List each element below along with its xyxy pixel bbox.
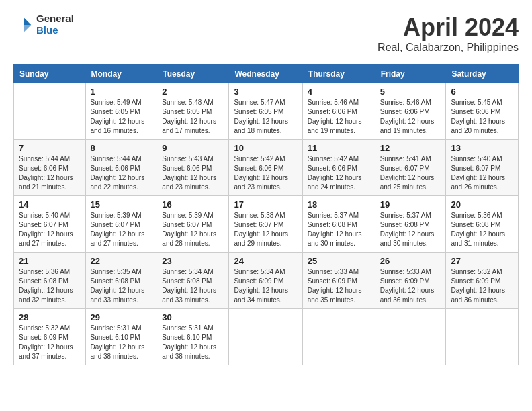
calendar-cell: 8Sunrise: 5:44 AM Sunset: 6:06 PM Daylig…	[85, 140, 157, 196]
calendar-cell: 15Sunrise: 5:39 AM Sunset: 6:07 PM Dayli…	[85, 196, 157, 253]
header-friday: Friday	[375, 65, 446, 83]
calendar-cell: 2Sunrise: 5:48 AM Sunset: 6:05 PM Daylig…	[157, 83, 229, 140]
day-info: Sunrise: 5:36 AM Sunset: 6:08 PM Dayligh…	[451, 211, 513, 248]
calendar-cell: 27Sunrise: 5:32 AM Sunset: 6:09 PM Dayli…	[446, 253, 519, 309]
calendar-cell: 30Sunrise: 5:31 AM Sunset: 6:10 PM Dayli…	[157, 309, 229, 365]
day-number: 13	[451, 143, 513, 153]
day-info: Sunrise: 5:44 AM Sunset: 6:06 PM Dayligh…	[19, 154, 81, 192]
calendar-table: SundayMondayTuesdayWednesdayThursdayFrid…	[13, 64, 519, 365]
calendar-cell: 5Sunrise: 5:46 AM Sunset: 6:06 PM Daylig…	[375, 83, 446, 140]
svg-marker-1	[24, 25, 31, 32]
day-info: Sunrise: 5:41 AM Sunset: 6:07 PM Dayligh…	[380, 154, 441, 192]
day-number: 29	[91, 312, 152, 322]
day-number: 21	[19, 256, 81, 266]
day-number: 25	[308, 256, 370, 266]
calendar-week-row: 14Sunrise: 5:40 AM Sunset: 6:07 PM Dayli…	[14, 196, 519, 253]
day-info: Sunrise: 5:33 AM Sunset: 6:09 PM Dayligh…	[380, 267, 441, 305]
day-number: 22	[91, 256, 152, 266]
location-subtitle: Real, Calabarzon, Philippines	[378, 42, 519, 54]
day-number: 30	[162, 312, 224, 322]
calendar-cell: 12Sunrise: 5:41 AM Sunset: 6:07 PM Dayli…	[375, 140, 446, 196]
calendar-cell: 22Sunrise: 5:35 AM Sunset: 6:08 PM Dayli…	[85, 253, 157, 309]
day-number: 14	[19, 199, 81, 210]
day-info: Sunrise: 5:46 AM Sunset: 6:06 PM Dayligh…	[380, 98, 441, 136]
day-info: Sunrise: 5:34 AM Sunset: 6:09 PM Dayligh…	[234, 267, 297, 305]
calendar-cell: 24Sunrise: 5:34 AM Sunset: 6:09 PM Dayli…	[229, 253, 302, 309]
day-number: 2	[162, 87, 224, 97]
calendar-cell	[229, 309, 302, 365]
calendar-cell: 18Sunrise: 5:37 AM Sunset: 6:08 PM Dayli…	[302, 196, 375, 253]
calendar-cell: 17Sunrise: 5:38 AM Sunset: 6:07 PM Dayli…	[229, 196, 302, 253]
calendar-cell: 11Sunrise: 5:42 AM Sunset: 6:06 PM Dayli…	[302, 140, 375, 196]
calendar-cell: 29Sunrise: 5:31 AM Sunset: 6:10 PM Dayli…	[85, 309, 157, 365]
day-number: 1	[91, 87, 152, 97]
calendar-cell: 13Sunrise: 5:40 AM Sunset: 6:07 PM Dayli…	[446, 140, 519, 196]
calendar-week-row: 21Sunrise: 5:36 AM Sunset: 6:08 PM Dayli…	[14, 253, 519, 309]
calendar-week-row: 28Sunrise: 5:32 AM Sunset: 6:09 PM Dayli…	[14, 309, 519, 365]
day-number: 18	[308, 199, 370, 210]
day-info: Sunrise: 5:32 AM Sunset: 6:09 PM Dayligh…	[451, 267, 513, 305]
day-info: Sunrise: 5:44 AM Sunset: 6:06 PM Dayligh…	[91, 154, 152, 192]
calendar-cell: 26Sunrise: 5:33 AM Sunset: 6:09 PM Dayli…	[375, 253, 446, 309]
logo: General Blue	[13, 13, 74, 36]
header-wednesday: Wednesday	[229, 65, 302, 83]
svg-marker-0	[24, 17, 31, 24]
day-info: Sunrise: 5:36 AM Sunset: 6:08 PM Dayligh…	[19, 267, 81, 305]
calendar-cell: 16Sunrise: 5:39 AM Sunset: 6:07 PM Dayli…	[157, 196, 229, 253]
day-number: 3	[234, 87, 297, 97]
day-number: 17	[234, 199, 297, 210]
calendar-cell: 19Sunrise: 5:37 AM Sunset: 6:08 PM Dayli…	[375, 196, 446, 253]
day-number: 28	[19, 312, 81, 322]
day-info: Sunrise: 5:47 AM Sunset: 6:05 PM Dayligh…	[234, 98, 297, 136]
day-number: 23	[162, 256, 224, 266]
calendar-cell: 25Sunrise: 5:33 AM Sunset: 6:09 PM Dayli…	[302, 253, 375, 309]
header-saturday: Saturday	[446, 65, 519, 83]
day-info: Sunrise: 5:32 AM Sunset: 6:09 PM Dayligh…	[19, 324, 81, 361]
day-info: Sunrise: 5:38 AM Sunset: 6:07 PM Dayligh…	[234, 211, 297, 248]
day-number: 6	[451, 87, 513, 97]
day-info: Sunrise: 5:31 AM Sunset: 6:10 PM Dayligh…	[162, 324, 224, 361]
day-info: Sunrise: 5:34 AM Sunset: 6:08 PM Dayligh…	[162, 267, 224, 305]
calendar-cell: 20Sunrise: 5:36 AM Sunset: 6:08 PM Dayli…	[446, 196, 519, 253]
day-info: Sunrise: 5:42 AM Sunset: 6:06 PM Dayligh…	[234, 154, 297, 192]
calendar-cell: 6Sunrise: 5:45 AM Sunset: 6:06 PM Daylig…	[446, 83, 519, 140]
day-number: 8	[91, 143, 152, 153]
day-info: Sunrise: 5:49 AM Sunset: 6:05 PM Dayligh…	[91, 98, 152, 136]
day-info: Sunrise: 5:48 AM Sunset: 6:05 PM Dayligh…	[162, 98, 224, 136]
day-info: Sunrise: 5:35 AM Sunset: 6:08 PM Dayligh…	[91, 267, 152, 305]
day-number: 24	[234, 256, 297, 266]
day-info: Sunrise: 5:37 AM Sunset: 6:08 PM Dayligh…	[308, 211, 370, 248]
day-number: 11	[308, 143, 370, 153]
day-info: Sunrise: 5:33 AM Sunset: 6:09 PM Dayligh…	[308, 267, 370, 305]
day-number: 26	[380, 256, 441, 266]
calendar-cell: 10Sunrise: 5:42 AM Sunset: 6:06 PM Dayli…	[229, 140, 302, 196]
calendar-cell	[14, 83, 86, 140]
day-number: 7	[19, 143, 81, 153]
calendar-week-row: 1Sunrise: 5:49 AM Sunset: 6:05 PM Daylig…	[14, 83, 519, 140]
day-number: 20	[451, 199, 513, 210]
day-number: 9	[162, 143, 224, 153]
calendar-cell: 4Sunrise: 5:46 AM Sunset: 6:06 PM Daylig…	[302, 83, 375, 140]
day-info: Sunrise: 5:42 AM Sunset: 6:06 PM Dayligh…	[308, 154, 370, 192]
calendar-header-row: SundayMondayTuesdayWednesdayThursdayFrid…	[14, 65, 519, 83]
day-info: Sunrise: 5:31 AM Sunset: 6:10 PM Dayligh…	[91, 324, 152, 361]
calendar-week-row: 7Sunrise: 5:44 AM Sunset: 6:06 PM Daylig…	[14, 140, 519, 196]
day-number: 10	[234, 143, 297, 153]
calendar-cell: 14Sunrise: 5:40 AM Sunset: 6:07 PM Dayli…	[14, 196, 86, 253]
calendar-cell: 28Sunrise: 5:32 AM Sunset: 6:09 PM Dayli…	[14, 309, 86, 365]
calendar-cell	[302, 309, 375, 365]
day-info: Sunrise: 5:39 AM Sunset: 6:07 PM Dayligh…	[162, 211, 224, 248]
header-tuesday: Tuesday	[157, 65, 229, 83]
day-info: Sunrise: 5:40 AM Sunset: 6:07 PM Dayligh…	[19, 211, 81, 248]
logo-icon	[13, 15, 34, 35]
day-info: Sunrise: 5:37 AM Sunset: 6:08 PM Dayligh…	[380, 211, 441, 248]
day-number: 15	[91, 199, 152, 210]
logo-text: General Blue	[36, 13, 74, 36]
calendar-cell: 23Sunrise: 5:34 AM Sunset: 6:08 PM Dayli…	[157, 253, 229, 309]
day-number: 27	[451, 256, 513, 266]
calendar-cell: 3Sunrise: 5:47 AM Sunset: 6:05 PM Daylig…	[229, 83, 302, 140]
day-info: Sunrise: 5:40 AM Sunset: 6:07 PM Dayligh…	[451, 154, 513, 192]
title-area: April 2024 Real, Calabarzon, Philippines	[378, 13, 519, 54]
header-sunday: Sunday	[14, 65, 86, 83]
day-number: 19	[380, 199, 441, 210]
